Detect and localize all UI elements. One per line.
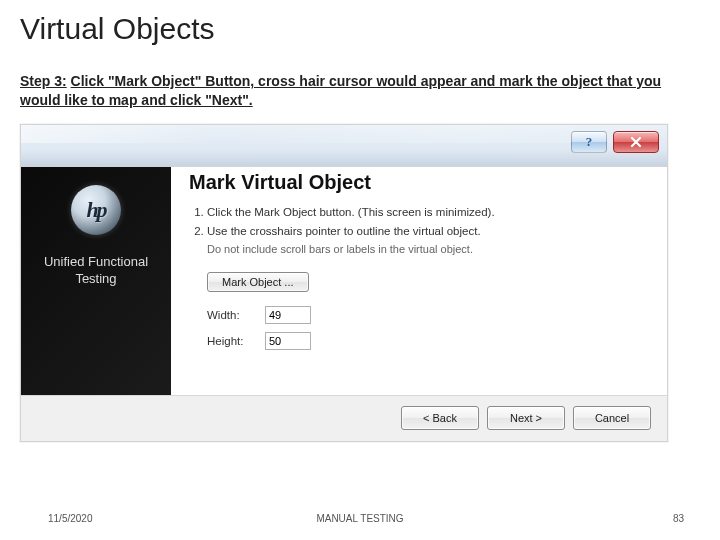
cancel-button[interactable]: Cancel xyxy=(573,406,651,430)
help-button[interactable]: ? xyxy=(571,131,607,153)
slide-footer: 11/5/2020 MANUAL TESTING 83 xyxy=(0,513,720,524)
product-line1: Unified Functional xyxy=(44,254,148,269)
wizard-content: Mark Virtual Object Click the Mark Objec… xyxy=(171,167,667,395)
slide-title: Virtual Objects xyxy=(0,0,720,46)
wizard-step-1: Click the Mark Object button. (This scre… xyxy=(207,204,653,221)
footer-page-number: 83 xyxy=(673,513,684,524)
help-icon: ? xyxy=(586,134,593,150)
next-button[interactable]: Next > xyxy=(487,406,565,430)
step-instruction: Step 3: Click "Mark Object" Button, cros… xyxy=(0,46,720,116)
width-field[interactable] xyxy=(265,306,311,324)
window-controls: ? xyxy=(571,131,659,153)
wizard-steps: Click the Mark Object button. (This scre… xyxy=(189,204,653,258)
hp-logo-icon: hp xyxy=(71,185,121,235)
wizard-button-row: < Back Next > Cancel xyxy=(21,395,667,441)
height-label: Height: xyxy=(207,335,255,347)
wizard-step-2: Use the crosshairs pointer to outline th… xyxy=(207,223,653,258)
product-line2: Testing xyxy=(75,271,116,286)
height-field[interactable] xyxy=(265,332,311,350)
width-row: Width: xyxy=(207,306,653,324)
wizard-dialog: ? hp Unified Functional Testing Mark Vir… xyxy=(20,124,668,442)
step-number: Step 3: xyxy=(20,73,67,89)
step2-note: Do not include scroll bars or labels in … xyxy=(207,242,653,258)
step2-text: Use the crosshairs pointer to outline th… xyxy=(207,225,481,237)
wizard-title: Mark Virtual Object xyxy=(189,171,653,194)
brand-pane: hp Unified Functional Testing xyxy=(21,167,171,395)
width-label: Width: xyxy=(207,309,255,321)
dialog-body: hp Unified Functional Testing Mark Virtu… xyxy=(21,167,667,395)
footer-date: 11/5/2020 xyxy=(48,513,93,524)
height-row: Height: xyxy=(207,332,653,350)
step-text: Click "Mark Object" Button, cross hair c… xyxy=(20,73,661,108)
titlebar: ? xyxy=(21,125,667,167)
back-button[interactable]: < Back xyxy=(401,406,479,430)
product-name: Unified Functional Testing xyxy=(44,253,148,288)
footer-center: MANUAL TESTING xyxy=(316,513,403,524)
hp-logo-text: hp xyxy=(86,197,105,223)
close-button[interactable] xyxy=(613,131,659,153)
step1-text: Click the Mark Object button. (This scre… xyxy=(207,206,495,218)
mark-object-button[interactable]: Mark Object ... xyxy=(207,272,309,292)
dimensions-group: Width: Height: xyxy=(207,306,653,350)
close-icon xyxy=(629,135,643,149)
